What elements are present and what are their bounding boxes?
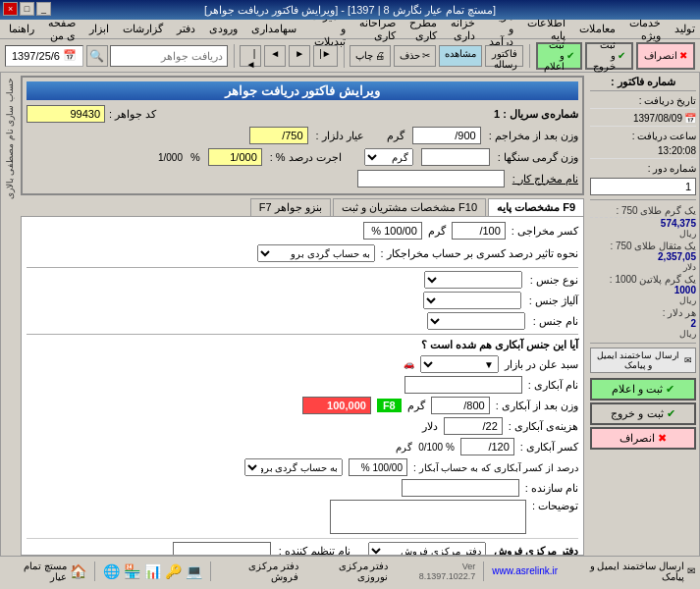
serial-label: شماره‌ی سریال : 1 (494, 108, 578, 121)
deduction-after-note: درصد از کسر آبکاری که به حساب آبکار : (413, 462, 578, 473)
weight-gold-input[interactable] (412, 127, 481, 144)
deduction-note-select[interactable]: به حساب گردی برو (257, 244, 375, 262)
deduction-label: کسر مخراجی : (512, 225, 578, 238)
status-app-name: مستچ تمام عیار (5, 561, 67, 582)
weight-after-label: وزن بعد از آبکاری : (496, 400, 578, 412)
alloy-select[interactable] (423, 292, 521, 309)
manufacturer-input[interactable] (402, 479, 519, 497)
left-sidebar-text: حساب ساری نام مصطفی بالاری (5, 78, 15, 199)
observe-button[interactable]: مشاهده (439, 45, 482, 67)
type-select[interactable] (427, 312, 525, 330)
per-thousand: 1/000 (158, 152, 183, 163)
invoice-num-input[interactable] (27, 105, 105, 123)
fee-input[interactable] (444, 417, 503, 435)
calendar-icon: 📅 (63, 49, 77, 62)
window-title: [مستچ تمام عیار نگارش 8 | 1397] - [ویرای… (204, 4, 496, 17)
deduction-after-unit: % 0/100 (418, 442, 455, 453)
receipt-date-label: تاریخ دریافت : (639, 95, 696, 106)
status-version: Ver 8.1397.1022.7 (404, 562, 475, 581)
gold-weight-unit: ریال (590, 229, 696, 239)
search-box: 🔍 (86, 45, 228, 67)
next-button[interactable]: ► (289, 45, 310, 67)
gold-melt-value: 2,357,05 (590, 251, 696, 262)
menu-item-help[interactable]: راهنما (5, 22, 38, 36)
deduction-after-label: کسر آبکاری : (520, 441, 578, 454)
menu-item-entry[interactable]: ورودی (205, 22, 242, 36)
tab-base[interactable]: F9 مشخصات پایه (488, 198, 584, 216)
email-button[interactable]: ✉ ارسال ساختمند ایمیل و پیامک (590, 348, 696, 373)
save-exit-btn[interactable]: ✔ ثبت و خروج (585, 42, 633, 70)
last-button[interactable]: ►| (313, 45, 338, 67)
menu-item-ledger[interactable]: دفتر (173, 22, 199, 36)
tab-jewelry[interactable]: بنزو جواهر F7 (250, 198, 331, 216)
controller-input[interactable] (173, 542, 271, 556)
weight-after-input[interactable] (431, 397, 490, 414)
gold-weight-value: 574,375 (590, 218, 696, 229)
email-status-icon: ✉ (687, 565, 695, 576)
left-sidebar: حساب ساری نام مصطفی بالاری (0, 73, 18, 556)
cancel-btn-toolbar[interactable]: ✖ انصراف (636, 42, 695, 70)
email-icon: ✉ (684, 355, 692, 365)
menu-item-share[interactable]: سهامداری (247, 22, 300, 36)
gold-melt-label: یک مثقال طلای 750 : (590, 241, 696, 251)
sidebar-title: شماره فاکتور : (590, 76, 696, 91)
prev-button[interactable]: ◄ (264, 45, 286, 67)
first-button[interactable]: |◄ (240, 45, 261, 67)
tax-rate-label: اجرت درصد % : (270, 151, 342, 164)
manufacturer-label: نام سازنده : (525, 482, 578, 495)
deduction-input[interactable] (452, 222, 506, 240)
menu-item-reports[interactable]: گزارشات (119, 22, 167, 36)
save-notify-btn[interactable]: ✔ ثبت و اعلام (536, 42, 582, 70)
status-center-text2: دفتر مرکزی نوروزی (306, 561, 389, 582)
invoice-num-sidebar[interactable] (590, 178, 696, 195)
gold-weight-label: یک گرم طلای 750 : (616, 205, 696, 216)
deduction-pct-input[interactable] (363, 222, 422, 240)
email-label: ارسال ساختمند ایمیل و پیامک (594, 350, 682, 370)
status-center-text: دفتر مرکزی فروش (219, 561, 298, 582)
menu-item-transactions[interactable]: معاملات (575, 22, 619, 36)
percent-sign: % (190, 151, 200, 163)
unit-input[interactable] (249, 127, 308, 144)
save-notify-sidebar-btn[interactable]: ✔ ثبت و اعلام (590, 378, 696, 401)
dollar-value: 2 (590, 318, 696, 329)
save-notify-label: ثبت و اعلام (612, 383, 663, 396)
status-email-icon-area: ✉ ارسال ساختمند ایمیل و پیامک (565, 561, 695, 582)
search-input[interactable] (110, 45, 228, 67)
deduction-after-input[interactable] (460, 438, 514, 455)
fax-button[interactable]: فاکتور رساله (485, 45, 523, 67)
gender-select[interactable] (424, 271, 522, 289)
type-label: نام جنس : (533, 315, 578, 328)
salesperson-select[interactable]: دفتر مرکزی فروش (368, 542, 486, 556)
f8-value-input[interactable] (302, 397, 371, 414)
menu-item-production[interactable]: تولید (671, 22, 699, 36)
maximize-button[interactable]: □ (20, 2, 34, 16)
owner-label: نام مخراج کار : (512, 173, 578, 186)
save-exit-sidebar-btn[interactable]: ✔ ثبت و خروج (590, 402, 696, 425)
tab-customers[interactable]: F10 مشخصات مشتریان و ثبت (333, 198, 486, 216)
right-sidebar: شماره فاکتور : تاریخ دریافت : 📅 1397/08/… (587, 73, 700, 556)
save-exit-label: ثبت و خروج (611, 407, 663, 420)
gold-melt-unit: دلار (590, 262, 696, 272)
market-price-select[interactable]: ▼ (420, 355, 499, 373)
calendar-icon-sidebar: 📅 (684, 113, 696, 124)
description-input[interactable] (330, 500, 526, 534)
stone-weight-label: وزن گرمی سنگها : (498, 151, 578, 164)
stone-weight-input[interactable] (421, 148, 490, 166)
tax-rate-input[interactable] (208, 148, 262, 166)
seller-name-input[interactable] (404, 376, 522, 394)
deduction-after-note-select[interactable]: به حساب گردی برو (244, 458, 343, 476)
platinum-label: یک گرم پلاتین 1000 : (590, 274, 696, 285)
deduction-after-pct[interactable] (349, 458, 407, 476)
gender-label: نوع جنس : (530, 274, 578, 287)
minimize-button[interactable]: _ (36, 2, 51, 16)
dollar-unit: ریال (590, 329, 696, 339)
cancel-sidebar-btn[interactable]: ✖ انصراف (590, 427, 696, 450)
tabs-row: F9 مشخصات پایه F10 مشخصات مشتریان و ثبت … (21, 198, 584, 216)
owner-input[interactable] (357, 170, 505, 187)
search-button[interactable]: 🔍 (86, 45, 108, 67)
stone-unit-select[interactable]: گرم (364, 148, 413, 166)
print-button[interactable]: 🖨 چاپ (350, 45, 391, 67)
close-button[interactable]: × (3, 2, 18, 16)
delete-button[interactable]: ✂ حذف (394, 45, 436, 67)
menu-item-tools[interactable]: ابزار (85, 22, 113, 36)
